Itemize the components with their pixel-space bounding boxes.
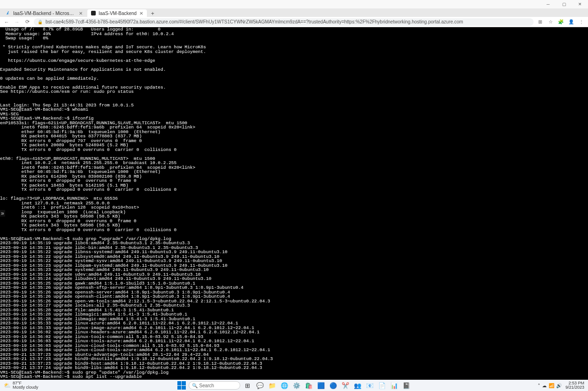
onedrive-icon[interactable]: ☁: [542, 383, 547, 388]
tray-icons[interactable]: ˄ ☁ 📶 🔊: [538, 383, 562, 388]
windows-taskbar: ⛅ 87°F Mostly cloudy 🔍 Search ⊞ 💬 📁 🌐 ⚙️…: [0, 380, 588, 391]
chrome-icon[interactable]: 🔵: [328, 381, 338, 390]
taskbar-clock[interactable]: 2:53 PM 9/21/2023: [565, 381, 584, 390]
new-tab-button[interactable]: +: [148, 10, 157, 17]
system-tray[interactable]: ˄ ☁ 📶 🔊 2:53 PM 9/21/2023: [538, 381, 584, 390]
volume-icon[interactable]: 🔊: [556, 383, 562, 388]
menu-icon[interactable]: ⋮: [578, 18, 585, 26]
edge-icon[interactable]: 🌐: [280, 381, 289, 390]
clock-date: 9/21/2023: [565, 385, 584, 390]
url-field[interactable]: 🔒 bst-cae4c589-7cdf-4356-b785-bea45f90f7…: [34, 18, 534, 26]
browser-addressbar: ← → ⟳ 🔒 bst-cae4c589-7cdf-4356-b785-bea4…: [0, 17, 588, 27]
weather-icon: ⛅: [4, 382, 11, 389]
forward-button[interactable]: →: [13, 18, 21, 26]
taskbar-search[interactable]: 🔍 Search: [189, 381, 240, 390]
bookmark-icon[interactable]: ☆: [547, 18, 554, 26]
browser-tabstrip: IaaS-VM-Backend - Microsoft Az ✕ IaaS-VM…: [0, 8, 588, 17]
browser-actions: ⊞ ☆ 🧩 👤 ⋮: [536, 18, 585, 26]
reload-button[interactable]: ⟳: [23, 18, 31, 26]
start-button[interactable]: [177, 381, 186, 390]
close-tab-icon[interactable]: ✕: [79, 11, 83, 16]
window-titlebar: ─ ▢ ✕: [0, 0, 588, 8]
lock-icon: 🔒: [38, 20, 43, 24]
terminal-output: Usage of /: 8.7% of 28.89GB Users logged…: [0, 27, 588, 388]
browser-tab-0[interactable]: IaaS-VM-Backend - Microsoft Az ✕: [2, 9, 86, 17]
taskbar-center: 🔍 Search ⊞ 💬 📁 🌐 ⚙️ 🛍️ 🟦 🔵 ✂️ 👥 📧 📄 📊 📓: [177, 381, 411, 390]
close-window-button[interactable]: ✕: [572, 0, 588, 8]
store-icon[interactable]: 🛍️: [304, 381, 313, 390]
install-app-icon[interactable]: ⊞: [536, 18, 544, 26]
svg-marker-0: [6, 11, 9, 15]
chevron-up-icon[interactable]: ˄: [538, 383, 540, 388]
teams-icon[interactable]: 👥: [353, 381, 362, 390]
file-explorer-icon[interactable]: 📁: [267, 381, 277, 390]
weather-desc: Mostly cloudy: [13, 385, 38, 390]
search-icon: 🔍: [192, 383, 198, 388]
word-icon[interactable]: 📄: [377, 381, 387, 390]
onenote-icon[interactable]: 📓: [402, 381, 411, 390]
browser-tab-1[interactable]: IaaS-VM-Backend ✕: [87, 9, 147, 17]
chat-icon[interactable]: 💬: [255, 381, 265, 390]
minimize-button[interactable]: ─: [540, 0, 556, 8]
task-view-icon[interactable]: ⊞: [243, 381, 252, 390]
settings-icon[interactable]: ⚙️: [292, 381, 301, 390]
search-placeholder: Search: [199, 383, 214, 388]
expand-handle-icon[interactable]: »: [0, 210, 5, 217]
tab-title: IaaS-VM-Backend - Microsoft Az: [13, 11, 76, 16]
extensions-icon[interactable]: 🧩: [557, 18, 565, 26]
excel-icon[interactable]: 📊: [389, 381, 399, 390]
wifi-icon[interactable]: 📶: [549, 383, 554, 388]
azure-icon: [6, 11, 10, 15]
weather-widget[interactable]: ⛅ 87°F Mostly cloudy: [4, 381, 38, 390]
outlook-icon[interactable]: 📧: [365, 381, 374, 390]
back-button[interactable]: ←: [3, 18, 10, 26]
close-tab-icon[interactable]: ✕: [139, 11, 143, 16]
url-text: bst-cae4c589-7cdf-4356-b785-bea45f90f72a…: [46, 19, 463, 24]
edge-active-icon[interactable]: 🟦: [316, 381, 326, 390]
snip-icon[interactable]: ✂️: [341, 381, 350, 390]
maximize-button[interactable]: ▢: [556, 0, 572, 8]
profile-icon[interactable]: 👤: [567, 18, 575, 26]
terminal-icon: [91, 11, 96, 15]
tab-title: IaaS-VM-Backend: [99, 11, 137, 16]
bastion-terminal[interactable]: » Usage of /: 8.7% of 28.89GB Users logg…: [0, 27, 588, 380]
